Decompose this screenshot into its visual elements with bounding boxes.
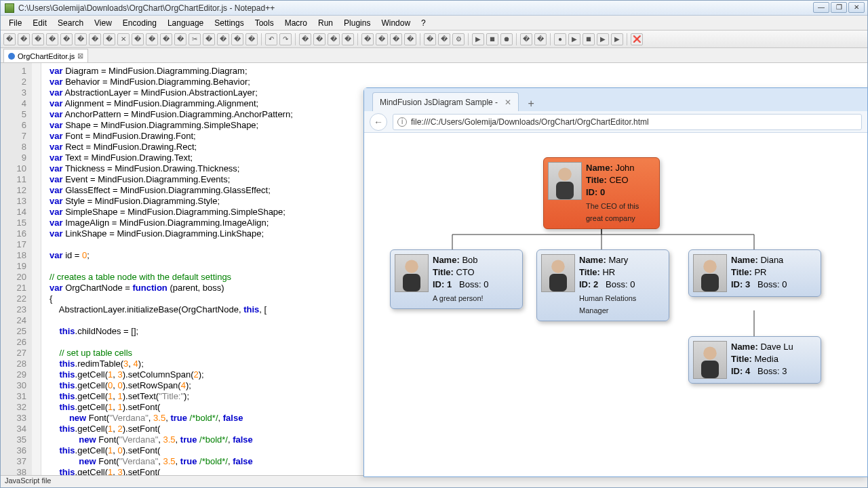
- file-status-icon: [8, 53, 15, 60]
- toolbar-button[interactable]: �: [60, 33, 73, 45]
- svg-rect-5: [549, 274, 567, 291]
- menu-encoding[interactable]: Encoding: [117, 17, 162, 29]
- toolbar-button[interactable]: ↷: [279, 33, 292, 45]
- toolbar-button[interactable]: �: [299, 33, 311, 45]
- value-name: Dave Lu: [760, 342, 793, 352]
- toolbar-button[interactable]: �: [361, 33, 374, 45]
- label-id: ID: 3: [731, 279, 750, 289]
- info-icon[interactable]: i: [397, 117, 407, 127]
- back-button[interactable]: ←: [370, 113, 387, 131]
- maximize-button[interactable]: ❐: [831, 2, 847, 13]
- toolbar-button[interactable]: ▶: [597, 33, 609, 45]
- svg-point-0: [558, 167, 572, 180]
- toolbar-button[interactable]: ⏹: [583, 33, 595, 45]
- label-name: Name:: [579, 255, 606, 265]
- toolbar-button[interactable]: ▶: [472, 33, 484, 45]
- diagram-canvas[interactable]: Name: John Title: CEO ID: 0 The CEO of t…: [364, 133, 867, 476]
- toolbar-button[interactable]: �: [103, 33, 115, 45]
- label-name: Name:: [731, 342, 758, 352]
- toolbar-button[interactable]: �: [32, 33, 44, 45]
- address-bar[interactable]: i file:///C:/Users/Golemija/Downloads/Or…: [393, 114, 862, 130]
- menu-search[interactable]: Search: [52, 17, 89, 29]
- org-node[interactable]: Name: DianaTitle: PRID: 3 Boss: 0: [688, 249, 821, 297]
- label-id: ID: 2: [579, 279, 598, 289]
- toolbar-button[interactable]: ✂: [189, 33, 201, 45]
- toolbar-button[interactable]: ⚙: [452, 33, 465, 45]
- toolbar-button[interactable]: �: [46, 33, 58, 45]
- toolbar-button[interactable]: �: [18, 33, 30, 45]
- label-id: ID: 1: [433, 279, 452, 289]
- toolbar-button[interactable]: ⏹: [486, 33, 498, 45]
- toolbar-button[interactable]: �: [174, 33, 186, 45]
- menu-macro[interactable]: Macro: [279, 17, 313, 29]
- label-title: Title:: [731, 354, 752, 364]
- menu-run[interactable]: Run: [313, 17, 338, 29]
- menu-window[interactable]: Window: [376, 17, 416, 29]
- toolbar-button[interactable]: �: [146, 33, 158, 45]
- toolbar-button[interactable]: �: [328, 33, 340, 45]
- file-tab-name: OrgChartEditor.js: [18, 52, 75, 60]
- app-icon: [5, 3, 14, 13]
- toolbar-button[interactable]: �: [203, 33, 215, 45]
- toolbar-button[interactable]: �: [3, 33, 16, 45]
- status-text: JavaScript file: [5, 476, 51, 485]
- label-id: ID:: [586, 187, 597, 197]
- svg-rect-7: [701, 274, 719, 291]
- toolbar-button[interactable]: �: [438, 33, 450, 45]
- toolbar-button[interactable]: �: [376, 33, 388, 45]
- label-boss: Boss: 0: [757, 279, 787, 289]
- value-title: CEO: [609, 175, 628, 185]
- toolbar-button[interactable]: ✕: [117, 33, 130, 45]
- avatar: [541, 254, 575, 292]
- toolbar-button[interactable]: ▶: [611, 33, 623, 45]
- toolbar-button[interactable]: �: [89, 33, 101, 45]
- menu-plugins[interactable]: Plugins: [338, 17, 376, 29]
- toolbar-button[interactable]: �: [132, 33, 144, 45]
- url-text: file:///C:/Users/Golemija/Downloads/OrgC…: [411, 117, 649, 127]
- new-tab-button[interactable]: +: [523, 96, 539, 111]
- toolbar-button[interactable]: �: [404, 33, 416, 45]
- title-bar[interactable]: C:\Users\Golemija\Downloads\OrgChart\Org…: [1, 1, 867, 16]
- browser-tab-title: MindFusion JsDiagram Sample -: [380, 98, 498, 107]
- org-node[interactable]: Name: MaryTitle: HRID: 2 Boss: 0Human Re…: [536, 249, 669, 321]
- toolbar-button[interactable]: �: [520, 33, 532, 45]
- org-node[interactable]: Name: BobTitle: CTOID: 1 Boss: 0A great …: [390, 249, 523, 309]
- menu-?[interactable]: ?: [416, 17, 431, 29]
- value-desc: The CEO of this great company: [586, 200, 655, 224]
- toolbar-button[interactable]: ▶: [568, 33, 580, 45]
- close-button[interactable]: ✕: [848, 2, 865, 13]
- toolbar-button[interactable]: ↶: [265, 33, 277, 45]
- tab-close-icon[interactable]: ✕: [505, 98, 511, 107]
- tab-close-icon[interactable]: ⊠: [77, 52, 83, 60]
- minimize-button[interactable]: —: [813, 2, 829, 13]
- toolbar-button[interactable]: �: [231, 33, 243, 45]
- menu-edit[interactable]: Edit: [27, 17, 52, 29]
- browser-tab[interactable]: MindFusion JsDiagram Sample - ✕: [372, 92, 519, 111]
- org-node-root[interactable]: Name: John Title: CEO ID: 0 The CEO of t…: [543, 157, 660, 229]
- label-name: Name:: [586, 163, 613, 173]
- toolbar-button[interactable]: ❌: [631, 33, 643, 45]
- toolbar-button[interactable]: �: [424, 33, 436, 45]
- toolbar-button[interactable]: �: [342, 33, 354, 45]
- toolbar-button[interactable]: �: [217, 33, 229, 45]
- toolbar-button[interactable]: �: [534, 33, 547, 45]
- menu-language[interactable]: Language: [162, 17, 209, 29]
- label-title: Title:: [586, 175, 607, 185]
- toolbar-button[interactable]: �: [245, 33, 258, 45]
- toolbar-button[interactable]: �: [160, 33, 172, 45]
- label-id: ID: 4: [731, 366, 750, 376]
- menu-tools[interactable]: Tools: [250, 17, 279, 29]
- menu-view[interactable]: View: [89, 17, 117, 29]
- toolbar-button[interactable]: �: [75, 33, 87, 45]
- toolbar-button[interactable]: �: [390, 33, 402, 45]
- menu-file[interactable]: File: [3, 17, 27, 29]
- org-node[interactable]: Name: Dave LuTitle: MediaID: 4 Boss: 3: [688, 336, 821, 384]
- file-tab[interactable]: OrgChartEditor.js ⊠: [3, 49, 88, 62]
- svg-rect-3: [403, 274, 420, 291]
- menu-settings[interactable]: Settings: [209, 17, 249, 29]
- toolbar-button[interactable]: ●: [554, 33, 566, 45]
- label-name: Name:: [731, 255, 758, 265]
- toolbar-button[interactable]: �: [313, 33, 326, 45]
- line-gutter: 1234567891011121314151617181920212223242…: [1, 63, 32, 475]
- toolbar-button[interactable]: ⏺: [500, 33, 513, 45]
